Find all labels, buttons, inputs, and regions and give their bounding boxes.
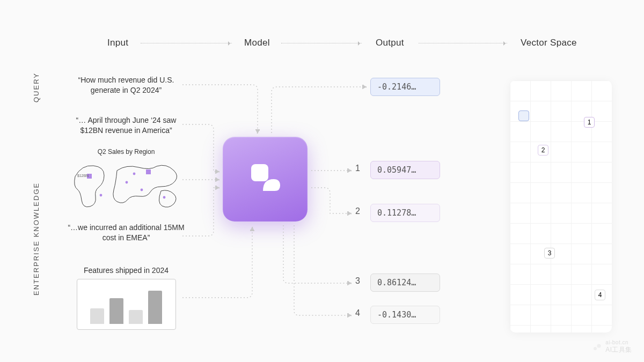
vector-space-grid: 1 2 3 4: [510, 80, 612, 333]
column-headers: Input Model Output Vector Space: [0, 38, 644, 54]
watermark-url: ai-bot.cn: [605, 339, 632, 345]
side-label-enterprise-knowledge: ENTERPRISE KNOWLEDGE: [32, 150, 40, 327]
barchart-title: Features shipped in 2024: [67, 265, 185, 276]
vector-point-3: 3: [544, 248, 555, 258]
svg-rect-1: [146, 169, 151, 174]
embedding-model: [223, 137, 308, 221]
output-index-1: 1: [355, 164, 360, 173]
header-arrow-icon: [419, 43, 507, 43]
vector-point-1: 1: [584, 117, 595, 128]
output-index-2: 2: [355, 206, 360, 216]
output-vector-query: -0.2146…: [370, 78, 440, 96]
input-knowledge-4: Features shipped in 2024: [67, 265, 185, 330]
svg-rect-7: [251, 164, 268, 181]
input-knowledge-3: “…we incurred an additional 15MM cost in…: [67, 223, 185, 243]
header-input: Input: [107, 38, 128, 48]
vector-point-4: 4: [595, 290, 605, 300]
map-badge: $12BN: [77, 174, 89, 178]
bar-chart-icon: [77, 279, 176, 330]
output-vector-4: -0.1430…: [370, 306, 440, 324]
header-model: Model: [244, 38, 270, 48]
output-vector-1: 0.05947…: [370, 161, 440, 179]
world-map-icon: $12BN: [70, 158, 182, 211]
svg-point-9: [597, 344, 601, 348]
svg-point-5: [163, 196, 166, 199]
side-label-query: QUERY: [32, 72, 40, 102]
map-title: Q2 Sales by Region: [67, 147, 185, 156]
svg-point-8: [594, 347, 597, 350]
vector-point-query: [518, 110, 529, 121]
svg-point-3: [126, 181, 128, 184]
input-knowledge-1: “… April through June ‘24 saw $12BN reve…: [67, 115, 185, 136]
input-knowledge-2-map: Q2 Sales by Region $12BN: [67, 147, 185, 214]
watermark-icon: [592, 342, 602, 352]
output-index-4: 4: [355, 308, 360, 318]
svg-point-4: [141, 189, 143, 191]
svg-point-6: [133, 173, 136, 175]
output-vector-3: 0.86124…: [370, 274, 440, 292]
output-index-3: 3: [355, 276, 360, 286]
svg-point-2: [100, 194, 103, 197]
model-icon: [246, 160, 284, 198]
output-vector-2: 0.11278…: [370, 204, 440, 222]
watermark: ai-bot.cn AI工具集: [592, 339, 632, 354]
header-vector-space: Vector Space: [521, 38, 577, 48]
watermark-name: AI工具集: [605, 345, 632, 354]
header-arrow-icon: [141, 43, 232, 43]
header-output: Output: [376, 38, 404, 48]
header-arrow-icon: [281, 43, 362, 43]
input-query-text: “How much revenue did U.S. generate in Q…: [67, 75, 185, 95]
vector-point-2: 2: [538, 145, 548, 156]
